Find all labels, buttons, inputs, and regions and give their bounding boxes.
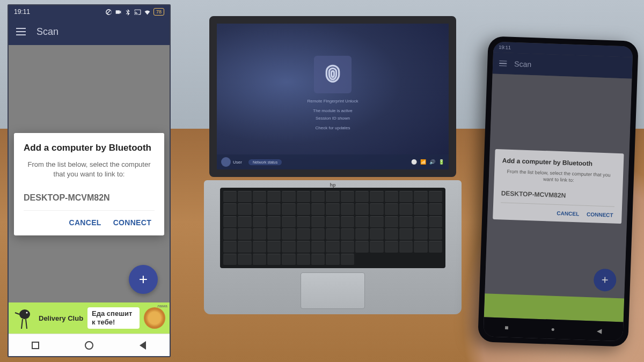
battery-icon: 78 (153, 8, 164, 16)
dialog-body: From the list below, select the computer… (24, 160, 155, 179)
bluetooth-icon (125, 9, 131, 16)
status-icons: 78 (105, 8, 164, 16)
ad-brand: Delivery Club (39, 314, 83, 322)
connect-button[interactable]: CONNECT (113, 218, 151, 227)
physical-phone-screen: 19:11 Scan Add a computer by Bluetooth F… (483, 42, 633, 342)
svg-line-2 (21, 319, 23, 329)
pp-title: Scan (514, 60, 531, 69)
dialog-title: Add a computer by Bluetooth (24, 143, 155, 153)
avatar-icon (221, 157, 231, 167)
phone-screenshot: 19:11 78 Scan Add a computer by Bluetoot… (8, 4, 171, 357)
ostrich-icon (13, 306, 34, 330)
laptop-base: hp (204, 180, 462, 314)
pp-fab: + (594, 268, 617, 291)
laptop-update-line: Check for updates (316, 125, 350, 130)
menu-icon[interactable] (16, 28, 26, 35)
pp-menu-icon (499, 61, 507, 67)
laptop-user: User (221, 157, 242, 167)
dialog-actions: CANCEL CONNECT (24, 211, 155, 231)
nav-home-button[interactable] (83, 339, 95, 351)
pp-nav-bar: ■●◀ (483, 317, 623, 341)
svg-point-1 (26, 312, 28, 314)
app-bar: Scan (9, 18, 170, 45)
camera-icon (115, 9, 122, 16)
nav-back-button[interactable] (137, 339, 149, 351)
pp-dialog: Add a computer by Bluetooth From the lis… (493, 149, 624, 224)
laptop-session-line: Session ID shown (316, 116, 350, 121)
scan-content: Add a computer by Bluetooth From the lis… (9, 45, 170, 334)
status-time: 19:11 (14, 8, 30, 16)
physical-phone: 19:11 Scan Add a computer by Bluetooth F… (478, 36, 639, 346)
pp-dialog-title: Add a computer by Bluetooth (502, 157, 616, 168)
cancel-button[interactable]: CANCEL (69, 218, 101, 227)
page-title: Scan (36, 26, 58, 38)
laptop-tray: ⚪📶🔊🔋 (411, 159, 444, 165)
pp-dialog-body: From the list below, select the computer… (502, 168, 616, 185)
nav-bar (9, 334, 170, 356)
svg-point-0 (19, 309, 30, 319)
fingerprint-icon (314, 56, 352, 93)
dnd-icon (105, 9, 112, 16)
pp-connect: CONNECT (587, 211, 613, 218)
bluetooth-dialog: Add a computer by Bluetooth From the lis… (14, 133, 164, 235)
wifi-icon (144, 9, 151, 16)
laptop: Remote Fingerprint Unlock The module is … (204, 16, 462, 327)
pp-cancel: CANCEL (557, 210, 579, 217)
laptop-status-line: The module is active (313, 108, 352, 113)
laptop-app-title: Remote Fingerprint Unlock (307, 99, 358, 104)
hp-logo: hp (330, 182, 336, 188)
laptop-taskbar: User Network status ⚪📶🔊🔋 (217, 154, 449, 169)
laptop-screen: Remote Fingerprint Unlock The module is … (209, 16, 456, 177)
add-fab-button[interactable]: + (129, 265, 158, 294)
burger-icon (144, 307, 165, 329)
ad-banner[interactable]: лама Delivery Club Еда спешит к тебе! (9, 302, 170, 334)
cast-icon (134, 9, 141, 16)
laptop-user-label: User (233, 160, 242, 165)
laptop-wallpaper (217, 24, 449, 169)
nav-recents-button[interactable] (30, 339, 41, 351)
laptop-trackpad (301, 272, 365, 309)
pp-content: Add a computer by Bluetooth From the lis… (484, 74, 632, 322)
ad-text: Еда спешит к тебе! (87, 307, 140, 328)
device-list-item[interactable]: DESKTOP-MCVM82N (24, 191, 155, 211)
laptop-keyboard (220, 188, 445, 268)
status-bar: 19:11 78 (9, 5, 170, 18)
svg-line-3 (26, 319, 27, 329)
ad-tag: лама (157, 304, 167, 308)
laptop-network-button: Network status (248, 159, 282, 165)
